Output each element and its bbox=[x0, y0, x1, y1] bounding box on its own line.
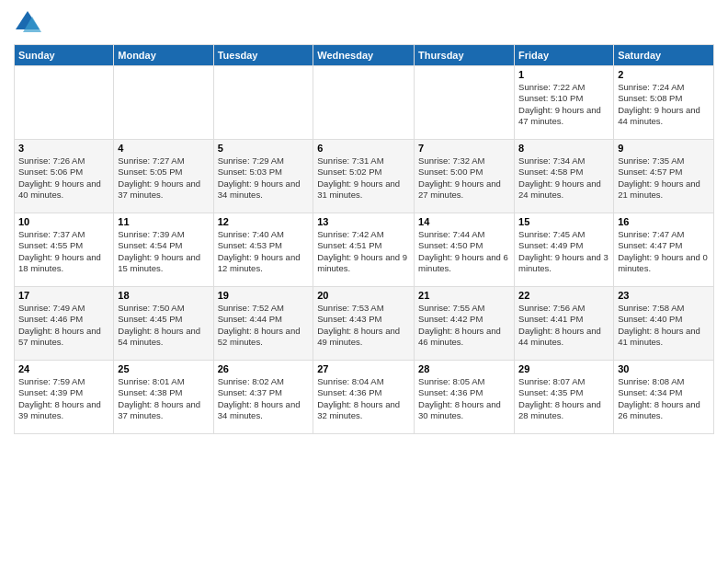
calendar-cell: 19Sunrise: 7:52 AMSunset: 4:44 PMDayligh… bbox=[213, 287, 313, 361]
day-info: Sunrise: 7:59 AMSunset: 4:39 PMDaylight:… bbox=[18, 376, 109, 421]
calendar-cell bbox=[313, 66, 415, 140]
day-info: Sunrise: 7:24 AMSunset: 5:08 PMDaylight:… bbox=[618, 82, 710, 127]
calendar-cell bbox=[15, 66, 114, 140]
day-info: Sunrise: 7:32 AMSunset: 5:00 PMDaylight:… bbox=[418, 155, 510, 201]
calendar-cell: 28Sunrise: 8:05 AMSunset: 4:36 PMDayligh… bbox=[415, 361, 515, 434]
calendar-week-1: 1Sunrise: 7:22 AMSunset: 5:10 PMDaylight… bbox=[15, 66, 714, 140]
day-number: 15 bbox=[518, 216, 609, 227]
calendar-cell: 11Sunrise: 7:39 AMSunset: 4:54 PMDayligh… bbox=[114, 213, 213, 287]
day-info: Sunrise: 7:47 AMSunset: 4:47 PMDaylight:… bbox=[618, 229, 710, 274]
calendar-cell: 24Sunrise: 7:59 AMSunset: 4:39 PMDayligh… bbox=[15, 361, 114, 434]
calendar-cell: 13Sunrise: 7:42 AMSunset: 4:51 PMDayligh… bbox=[313, 213, 415, 287]
day-info: Sunrise: 7:56 AMSunset: 4:41 PMDaylight:… bbox=[518, 303, 609, 348]
day-number: 21 bbox=[418, 290, 510, 301]
calendar-header-thursday: Thursday bbox=[415, 45, 515, 66]
day-number: 10 bbox=[18, 216, 109, 227]
day-number: 24 bbox=[18, 363, 109, 374]
day-info: Sunrise: 8:01 AMSunset: 4:38 PMDaylight:… bbox=[118, 376, 209, 421]
calendar-week-2: 3Sunrise: 7:26 AMSunset: 5:06 PMDaylight… bbox=[15, 140, 714, 213]
calendar-cell: 8Sunrise: 7:34 AMSunset: 4:58 PMDaylight… bbox=[515, 140, 614, 213]
calendar-cell: 27Sunrise: 8:04 AMSunset: 4:36 PMDayligh… bbox=[313, 361, 415, 434]
day-info: Sunrise: 7:39 AMSunset: 4:54 PMDaylight:… bbox=[118, 229, 209, 274]
calendar-cell: 9Sunrise: 7:35 AMSunset: 4:57 PMDaylight… bbox=[614, 140, 714, 213]
calendar-cell: 21Sunrise: 7:55 AMSunset: 4:42 PMDayligh… bbox=[415, 287, 515, 361]
calendar-cell: 20Sunrise: 7:53 AMSunset: 4:43 PMDayligh… bbox=[313, 287, 415, 361]
day-info: Sunrise: 8:04 AMSunset: 4:36 PMDaylight:… bbox=[317, 376, 410, 421]
day-info: Sunrise: 7:58 AMSunset: 4:40 PMDaylight:… bbox=[618, 303, 710, 348]
day-info: Sunrise: 7:45 AMSunset: 4:49 PMDaylight:… bbox=[518, 229, 609, 274]
day-number: 11 bbox=[118, 216, 209, 227]
day-info: Sunrise: 7:55 AMSunset: 4:42 PMDaylight:… bbox=[418, 303, 510, 348]
day-info: Sunrise: 7:34 AMSunset: 4:58 PMDaylight:… bbox=[518, 155, 609, 201]
day-info: Sunrise: 7:27 AMSunset: 5:05 PMDaylight:… bbox=[118, 155, 209, 201]
day-number: 12 bbox=[218, 216, 310, 227]
calendar-cell: 4Sunrise: 7:27 AMSunset: 5:05 PMDaylight… bbox=[114, 140, 213, 213]
day-info: Sunrise: 8:02 AMSunset: 4:37 PMDaylight:… bbox=[218, 376, 310, 421]
calendar-header-sunday: Sunday bbox=[15, 45, 114, 66]
day-info: Sunrise: 7:49 AMSunset: 4:46 PMDaylight:… bbox=[18, 303, 109, 348]
day-number: 30 bbox=[618, 363, 710, 374]
day-number: 28 bbox=[418, 363, 510, 374]
calendar-cell: 17Sunrise: 7:49 AMSunset: 4:46 PMDayligh… bbox=[15, 287, 114, 361]
calendar-cell: 12Sunrise: 7:40 AMSunset: 4:53 PMDayligh… bbox=[213, 213, 313, 287]
calendar-cell: 3Sunrise: 7:26 AMSunset: 5:06 PMDaylight… bbox=[15, 140, 114, 213]
calendar-header-saturday: Saturday bbox=[614, 45, 714, 66]
calendar-week-5: 24Sunrise: 7:59 AMSunset: 4:39 PMDayligh… bbox=[15, 361, 714, 434]
calendar-cell: 23Sunrise: 7:58 AMSunset: 4:40 PMDayligh… bbox=[614, 287, 714, 361]
day-number: 25 bbox=[118, 363, 209, 374]
day-info: Sunrise: 7:44 AMSunset: 4:50 PMDaylight:… bbox=[418, 229, 510, 274]
day-number: 17 bbox=[18, 290, 109, 301]
calendar-cell: 14Sunrise: 7:44 AMSunset: 4:50 PMDayligh… bbox=[415, 213, 515, 287]
day-info: Sunrise: 7:42 AMSunset: 4:51 PMDaylight:… bbox=[317, 229, 410, 274]
calendar-header-row: SundayMondayTuesdayWednesdayThursdayFrid… bbox=[15, 45, 714, 66]
page: SundayMondayTuesdayWednesdayThursdayFrid… bbox=[0, 0, 728, 563]
calendar-cell bbox=[114, 66, 213, 140]
day-info: Sunrise: 7:53 AMSunset: 4:43 PMDaylight:… bbox=[317, 303, 410, 348]
calendar-cell: 26Sunrise: 8:02 AMSunset: 4:37 PMDayligh… bbox=[213, 361, 313, 434]
day-number: 4 bbox=[118, 143, 209, 154]
day-info: Sunrise: 7:50 AMSunset: 4:45 PMDaylight:… bbox=[118, 303, 209, 348]
calendar-cell: 7Sunrise: 7:32 AMSunset: 5:00 PMDaylight… bbox=[415, 140, 515, 213]
day-number: 18 bbox=[118, 290, 209, 301]
day-number: 5 bbox=[218, 143, 310, 154]
calendar-cell: 16Sunrise: 7:47 AMSunset: 4:47 PMDayligh… bbox=[614, 213, 714, 287]
day-number: 22 bbox=[518, 290, 609, 301]
day-number: 9 bbox=[618, 143, 710, 154]
calendar-cell: 2Sunrise: 7:24 AMSunset: 5:08 PMDaylight… bbox=[614, 66, 714, 140]
day-number: 13 bbox=[317, 216, 410, 227]
calendar-cell: 6Sunrise: 7:31 AMSunset: 5:02 PMDaylight… bbox=[313, 140, 415, 213]
day-number: 14 bbox=[418, 216, 510, 227]
day-number: 16 bbox=[618, 216, 710, 227]
calendar-cell: 5Sunrise: 7:29 AMSunset: 5:03 PMDaylight… bbox=[213, 140, 313, 213]
day-number: 3 bbox=[18, 143, 109, 154]
header bbox=[14, 9, 714, 37]
calendar-cell: 10Sunrise: 7:37 AMSunset: 4:55 PMDayligh… bbox=[15, 213, 114, 287]
day-info: Sunrise: 8:08 AMSunset: 4:34 PMDaylight:… bbox=[618, 376, 710, 421]
logo-icon bbox=[14, 9, 41, 37]
calendar-header-wednesday: Wednesday bbox=[313, 45, 415, 66]
day-info: Sunrise: 7:22 AMSunset: 5:10 PMDaylight:… bbox=[518, 82, 609, 127]
calendar-table: SundayMondayTuesdayWednesdayThursdayFrid… bbox=[14, 44, 714, 434]
day-info: Sunrise: 7:35 AMSunset: 4:57 PMDaylight:… bbox=[618, 155, 710, 201]
day-number: 2 bbox=[618, 69, 710, 80]
day-info: Sunrise: 7:26 AMSunset: 5:06 PMDaylight:… bbox=[18, 155, 109, 201]
calendar-header-tuesday: Tuesday bbox=[213, 45, 313, 66]
calendar-cell: 29Sunrise: 8:07 AMSunset: 4:35 PMDayligh… bbox=[515, 361, 614, 434]
day-info: Sunrise: 7:31 AMSunset: 5:02 PMDaylight:… bbox=[317, 155, 410, 201]
calendar-header-friday: Friday bbox=[515, 45, 614, 66]
day-number: 7 bbox=[418, 143, 510, 154]
day-info: Sunrise: 8:05 AMSunset: 4:36 PMDaylight:… bbox=[418, 376, 510, 421]
calendar-cell: 22Sunrise: 7:56 AMSunset: 4:41 PMDayligh… bbox=[515, 287, 614, 361]
day-number: 23 bbox=[618, 290, 710, 301]
day-number: 20 bbox=[317, 290, 410, 301]
calendar-cell bbox=[415, 66, 515, 140]
calendar-cell: 18Sunrise: 7:50 AMSunset: 4:45 PMDayligh… bbox=[114, 287, 213, 361]
calendar-cell bbox=[213, 66, 313, 140]
day-number: 29 bbox=[518, 363, 609, 374]
calendar-cell: 1Sunrise: 7:22 AMSunset: 5:10 PMDaylight… bbox=[515, 66, 614, 140]
day-info: Sunrise: 7:52 AMSunset: 4:44 PMDaylight:… bbox=[218, 303, 310, 348]
day-number: 1 bbox=[518, 69, 609, 80]
day-info: Sunrise: 7:40 AMSunset: 4:53 PMDaylight:… bbox=[218, 229, 310, 274]
day-number: 19 bbox=[218, 290, 310, 301]
logo bbox=[14, 9, 45, 37]
